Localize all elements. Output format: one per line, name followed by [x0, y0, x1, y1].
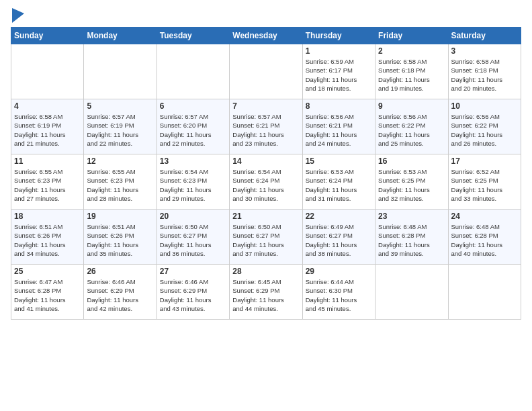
day-number: 26 — [87, 267, 153, 276]
calendar-cell: 13Sunrise: 6:54 AM Sunset: 6:23 PM Dayli… — [157, 154, 229, 210]
day-number: 16 — [378, 156, 445, 166]
day-number: 25 — [14, 267, 81, 276]
calendar-cell: 2Sunrise: 6:58 AM Sunset: 6:18 PM Daylig… — [375, 44, 448, 99]
svg-marker-0 — [12, 8, 24, 23]
day-number: 29 — [306, 267, 372, 276]
cell-info: Sunrise: 6:48 AM Sunset: 6:28 PM Dayligh… — [451, 222, 518, 258]
day-number: 11 — [14, 156, 81, 166]
day-number: 5 — [87, 101, 153, 111]
day-number: 9 — [378, 101, 445, 111]
calendar-cell: 26Sunrise: 6:46 AM Sunset: 6:29 PM Dayli… — [84, 265, 157, 320]
cell-info: Sunrise: 6:50 AM Sunset: 6:27 PM Dayligh… — [160, 222, 226, 258]
day-number: 12 — [87, 156, 153, 166]
logo — [11, 11, 24, 23]
cell-info: Sunrise: 6:53 AM Sunset: 6:25 PM Dayligh… — [378, 167, 445, 203]
calendar-cell: 10Sunrise: 6:56 AM Sunset: 6:22 PM Dayli… — [448, 99, 521, 154]
day-number: 8 — [306, 101, 372, 111]
cell-info: Sunrise: 6:48 AM Sunset: 6:28 PM Dayligh… — [378, 222, 445, 258]
calendar-cell: 23Sunrise: 6:48 AM Sunset: 6:28 PM Dayli… — [375, 210, 448, 265]
cell-info: Sunrise: 6:56 AM Sunset: 6:22 PM Dayligh… — [451, 112, 518, 148]
cell-info: Sunrise: 6:57 AM Sunset: 6:20 PM Dayligh… — [160, 112, 226, 148]
calendar-cell: 6Sunrise: 6:57 AM Sunset: 6:20 PM Daylig… — [157, 99, 229, 154]
day-number: 28 — [232, 267, 299, 276]
day-number: 4 — [14, 101, 81, 111]
day-number: 13 — [160, 156, 226, 166]
day-number: 2 — [378, 46, 445, 56]
calendar-day-header: Tuesday — [157, 28, 229, 44]
day-number: 15 — [306, 156, 372, 166]
calendar-cell: 15Sunrise: 6:53 AM Sunset: 6:24 PM Dayli… — [302, 154, 375, 210]
day-number: 21 — [232, 212, 299, 221]
calendar-cell: 17Sunrise: 6:52 AM Sunset: 6:25 PM Dayli… — [448, 154, 521, 210]
day-number: 23 — [378, 212, 445, 221]
day-number: 18 — [14, 212, 81, 221]
calendar-cell: 20Sunrise: 6:50 AM Sunset: 6:27 PM Dayli… — [157, 210, 229, 265]
calendar-cell: 19Sunrise: 6:51 AM Sunset: 6:26 PM Dayli… — [84, 210, 157, 265]
calendar-cell: 12Sunrise: 6:55 AM Sunset: 6:23 PM Dayli… — [84, 154, 157, 210]
calendar-week-row: 4Sunrise: 6:58 AM Sunset: 6:19 PM Daylig… — [11, 99, 521, 154]
cell-info: Sunrise: 6:44 AM Sunset: 6:30 PM Dayligh… — [306, 277, 372, 313]
calendar-table: SundayMondayTuesdayWednesdayThursdayFrid… — [11, 27, 521, 320]
calendar-header-row: SundayMondayTuesdayWednesdayThursdayFrid… — [11, 28, 521, 44]
day-number: 3 — [451, 46, 518, 56]
calendar-cell: 3Sunrise: 6:58 AM Sunset: 6:18 PM Daylig… — [448, 44, 521, 99]
calendar-week-row: 25Sunrise: 6:47 AM Sunset: 6:28 PM Dayli… — [11, 265, 521, 320]
calendar-day-header: Friday — [375, 28, 448, 44]
cell-info: Sunrise: 6:54 AM Sunset: 6:24 PM Dayligh… — [232, 167, 299, 203]
day-number: 7 — [232, 101, 299, 111]
cell-info: Sunrise: 6:59 AM Sunset: 6:17 PM Dayligh… — [306, 57, 372, 93]
calendar-cell: 22Sunrise: 6:49 AM Sunset: 6:27 PM Dayli… — [302, 210, 375, 265]
day-number: 24 — [451, 212, 518, 221]
calendar-cell — [157, 44, 229, 99]
calendar-cell: 4Sunrise: 6:58 AM Sunset: 6:19 PM Daylig… — [11, 99, 84, 154]
cell-info: Sunrise: 6:53 AM Sunset: 6:24 PM Dayligh… — [306, 167, 372, 203]
cell-info: Sunrise: 6:52 AM Sunset: 6:25 PM Dayligh… — [451, 167, 518, 203]
cell-info: Sunrise: 6:58 AM Sunset: 6:18 PM Dayligh… — [451, 57, 518, 93]
calendar-cell: 7Sunrise: 6:57 AM Sunset: 6:21 PM Daylig… — [230, 99, 302, 154]
cell-info: Sunrise: 6:46 AM Sunset: 6:29 PM Dayligh… — [160, 277, 226, 313]
logo-icon — [12, 8, 24, 23]
day-number: 27 — [160, 267, 226, 276]
calendar-cell: 28Sunrise: 6:45 AM Sunset: 6:29 PM Dayli… — [230, 265, 302, 320]
cell-info: Sunrise: 6:55 AM Sunset: 6:23 PM Dayligh… — [14, 167, 81, 203]
cell-info: Sunrise: 6:58 AM Sunset: 6:18 PM Dayligh… — [378, 57, 445, 93]
calendar-cell: 8Sunrise: 6:56 AM Sunset: 6:21 PM Daylig… — [302, 99, 375, 154]
cell-info: Sunrise: 6:56 AM Sunset: 6:22 PM Dayligh… — [378, 112, 445, 148]
calendar-day-header: Monday — [84, 28, 157, 44]
cell-info: Sunrise: 6:54 AM Sunset: 6:23 PM Dayligh… — [160, 167, 226, 203]
calendar-day-header: Sunday — [11, 28, 84, 44]
cell-info: Sunrise: 6:50 AM Sunset: 6:27 PM Dayligh… — [232, 222, 299, 258]
day-number: 1 — [306, 46, 372, 56]
day-number: 17 — [451, 156, 518, 166]
day-number: 19 — [87, 212, 153, 221]
calendar-cell — [11, 44, 84, 99]
calendar-day-header: Wednesday — [230, 28, 302, 44]
cell-info: Sunrise: 6:51 AM Sunset: 6:26 PM Dayligh… — [87, 222, 153, 258]
calendar-cell: 25Sunrise: 6:47 AM Sunset: 6:28 PM Dayli… — [11, 265, 84, 320]
day-number: 22 — [306, 212, 372, 221]
calendar-cell: 11Sunrise: 6:55 AM Sunset: 6:23 PM Dayli… — [11, 154, 84, 210]
cell-info: Sunrise: 6:46 AM Sunset: 6:29 PM Dayligh… — [87, 277, 153, 313]
cell-info: Sunrise: 6:51 AM Sunset: 6:26 PM Dayligh… — [14, 222, 81, 258]
day-number: 14 — [232, 156, 299, 166]
cell-info: Sunrise: 6:57 AM Sunset: 6:21 PM Dayligh… — [232, 112, 299, 148]
cell-info: Sunrise: 6:45 AM Sunset: 6:29 PM Dayligh… — [232, 277, 299, 313]
cell-info: Sunrise: 6:57 AM Sunset: 6:19 PM Dayligh… — [87, 112, 153, 148]
calendar-cell — [375, 265, 448, 320]
calendar-week-row: 18Sunrise: 6:51 AM Sunset: 6:26 PM Dayli… — [11, 210, 521, 265]
day-number: 10 — [451, 101, 518, 111]
cell-info: Sunrise: 6:47 AM Sunset: 6:28 PM Dayligh… — [14, 277, 81, 313]
calendar-week-row: 11Sunrise: 6:55 AM Sunset: 6:23 PM Dayli… — [11, 154, 521, 210]
calendar-day-header: Thursday — [302, 28, 375, 44]
cell-info: Sunrise: 6:58 AM Sunset: 6:19 PM Dayligh… — [14, 112, 81, 148]
day-number: 6 — [160, 101, 226, 111]
calendar-cell: 5Sunrise: 6:57 AM Sunset: 6:19 PM Daylig… — [84, 99, 157, 154]
page-header — [11, 8, 521, 23]
calendar-cell: 18Sunrise: 6:51 AM Sunset: 6:26 PM Dayli… — [11, 210, 84, 265]
calendar-cell: 27Sunrise: 6:46 AM Sunset: 6:29 PM Dayli… — [157, 265, 229, 320]
calendar-week-row: 1Sunrise: 6:59 AM Sunset: 6:17 PM Daylig… — [11, 44, 521, 99]
day-number: 20 — [160, 212, 226, 221]
calendar-cell: 21Sunrise: 6:50 AM Sunset: 6:27 PM Dayli… — [230, 210, 302, 265]
cell-info: Sunrise: 6:56 AM Sunset: 6:21 PM Dayligh… — [306, 112, 372, 148]
calendar-cell — [230, 44, 302, 99]
